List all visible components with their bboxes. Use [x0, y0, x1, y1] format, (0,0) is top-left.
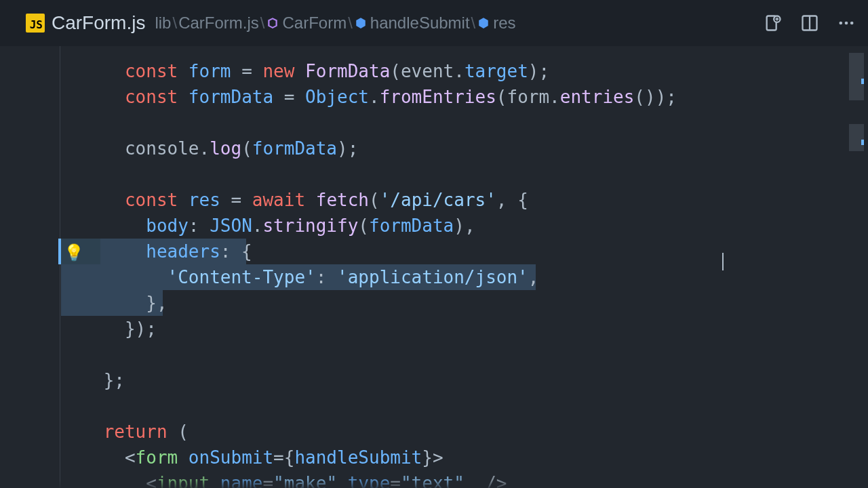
- code-line[interactable]: [0, 393, 868, 419]
- code-line[interactable]: const res = await fetch('/api/cars', {: [0, 187, 868, 213]
- minimap-highlight: [861, 79, 864, 84]
- tab-actions: [764, 0, 856, 46]
- code-line[interactable]: [0, 110, 868, 136]
- breadcrumb[interactable]: lib\ CarForm.js\ CarForm\ handleSubmit\ …: [155, 14, 515, 33]
- code-line[interactable]: 'Content-Type': 'application/json',: [0, 264, 868, 290]
- breadcrumb-var[interactable]: res: [493, 14, 515, 33]
- minimap-block: [849, 124, 864, 151]
- bottom-fade: [0, 480, 868, 488]
- code-line[interactable]: const form = new FormData(event.target);: [0, 58, 868, 84]
- code-line[interactable]: };: [0, 367, 868, 393]
- symbol-method-icon: [354, 16, 368, 30]
- tab-filename[interactable]: CarForm.js: [52, 12, 145, 34]
- minimap[interactable]: [849, 46, 864, 480]
- symbol-class-icon: [266, 16, 279, 30]
- code-line[interactable]: const formData = Object.fromEntries(form…: [0, 84, 868, 110]
- breadcrumb-class[interactable]: CarForm: [282, 14, 347, 33]
- breadcrumb-sep: \: [471, 14, 476, 33]
- code-line[interactable]: });: [0, 316, 868, 342]
- breadcrumb-sep: \: [260, 14, 265, 33]
- breadcrumb-lib[interactable]: lib: [155, 14, 171, 33]
- symbol-variable-icon: [477, 16, 490, 30]
- svg-point-6: [850, 22, 854, 25]
- minimap-highlight: [861, 140, 864, 145]
- lightbulb-icon[interactable]: 💡: [64, 240, 84, 266]
- code-editor[interactable]: 💡 const form = new FormData(event.target…: [0, 46, 868, 488]
- tab-bar: JS CarForm.js lib\ CarForm.js\ CarForm\ …: [0, 0, 868, 46]
- active-line-indicator: [58, 239, 61, 264]
- code-line[interactable]: headers: {: [0, 239, 868, 264]
- breadcrumb-sep: \: [172, 14, 177, 33]
- breadcrumb-sep: \: [348, 14, 353, 33]
- code-line[interactable]: [0, 161, 868, 187]
- breadcrumb-method[interactable]: handleSubmit: [370, 14, 470, 33]
- code-line[interactable]: },: [0, 290, 868, 316]
- text-cursor: [722, 253, 724, 270]
- run-settings-icon[interactable]: [764, 14, 783, 33]
- svg-point-5: [845, 22, 848, 25]
- svg-point-4: [840, 22, 843, 25]
- code-line[interactable]: console.log(formData);: [0, 136, 868, 161]
- code-line[interactable]: return (: [0, 419, 868, 445]
- js-file-icon: JS: [26, 14, 45, 33]
- code-line[interactable]: <form onSubmit={handleSubmit}>: [0, 445, 868, 470]
- more-actions-icon[interactable]: [837, 14, 856, 33]
- code-line[interactable]: [0, 342, 868, 367]
- split-editor-icon[interactable]: [800, 14, 819, 33]
- breadcrumb-file[interactable]: CarForm.js: [178, 14, 259, 33]
- code-line[interactable]: body: JSON.stringify(formData),: [0, 213, 868, 239]
- minimap-block: [849, 53, 864, 100]
- indent-guide: [60, 46, 60, 488]
